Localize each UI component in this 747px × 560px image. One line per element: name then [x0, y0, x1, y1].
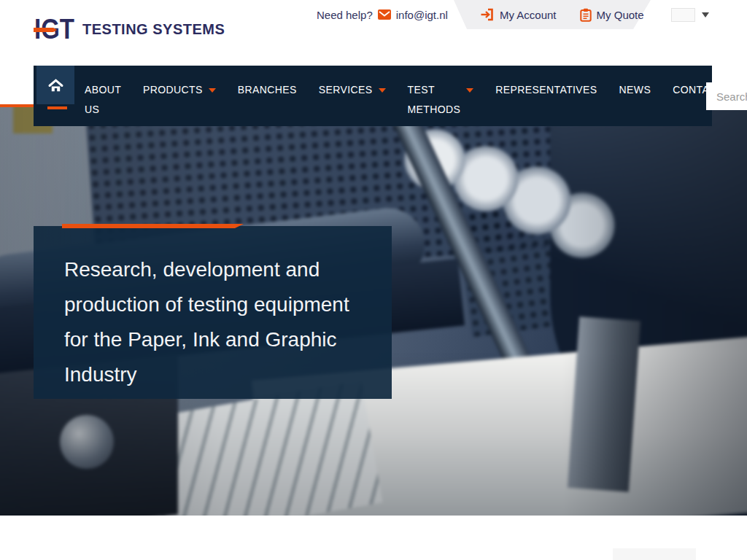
logo-igt-mark: IGT: [34, 15, 76, 44]
my-account-link[interactable]: My Account: [480, 8, 557, 21]
nav-item-label: SERVICES: [319, 80, 373, 100]
my-account-label: My Account: [500, 9, 557, 21]
nav-item-news[interactable]: NEWS: [619, 80, 651, 100]
login-icon: [480, 8, 495, 21]
caret-down-icon: [702, 12, 709, 18]
nav-item-label: REPRESENTATIVES: [495, 80, 597, 100]
chevron-down-icon: [466, 88, 473, 93]
nav-item-label: BRANCHES: [238, 80, 297, 100]
accent-line-hero: [62, 224, 244, 228]
flag-placeholder: [671, 8, 695, 22]
nav-item-about-us[interactable]: ABOUT US: [85, 80, 121, 120]
envelope-icon: [378, 9, 391, 20]
need-help-label: Need help?: [317, 9, 373, 21]
account-links: My Account My Quote: [480, 0, 644, 29]
nav-item-label: PRODUCTS: [143, 80, 203, 100]
nav-item-branches[interactable]: BRANCHES: [238, 80, 297, 100]
search-input[interactable]: [706, 82, 747, 110]
main-nav-items: ABOUT USPRODUCTSBRANCHESSERVICESTEST MET…: [85, 80, 724, 120]
nav-item-services[interactable]: SERVICES: [319, 80, 386, 100]
below-fold-card: [613, 548, 696, 560]
language-selector[interactable]: [671, 0, 709, 29]
home-icon: [47, 78, 64, 93]
nav-item-products[interactable]: PRODUCTS: [143, 80, 216, 100]
my-quote-label: My Quote: [597, 9, 644, 21]
hero-overlay-box: Research, development and production of …: [34, 226, 392, 399]
hero-heading: Research, development and production of …: [64, 252, 370, 392]
chevron-down-icon: [209, 88, 216, 93]
page: Research, development and production of …: [0, 0, 747, 560]
nav-item-label: ABOUT US: [85, 80, 121, 120]
nav-item-label: TEST METHODS: [408, 80, 461, 120]
nav-home-button[interactable]: [36, 66, 74, 104]
need-help-group: Need help? info@igt.nl: [317, 0, 448, 29]
nav-item-representatives[interactable]: REPRESENTATIVES: [495, 80, 597, 100]
nav-item-test-methods[interactable]: TEST METHODS: [408, 80, 474, 120]
chevron-down-icon: [379, 88, 386, 93]
main-nav: ABOUT USPRODUCTSBRANCHESSERVICESTEST MET…: [34, 66, 712, 126]
my-quote-link[interactable]: My Quote: [580, 8, 644, 22]
nav-item-label: NEWS: [619, 80, 651, 100]
clipboard-icon: [580, 8, 592, 22]
logo[interactable]: IGT TESTING SYSTEMS: [34, 15, 225, 44]
accent-line-left: [0, 104, 34, 107]
nav-home-active-underline: [47, 106, 67, 109]
email-link[interactable]: info@igt.nl: [396, 9, 448, 21]
logo-name: TESTING SYSTEMS: [82, 21, 225, 38]
